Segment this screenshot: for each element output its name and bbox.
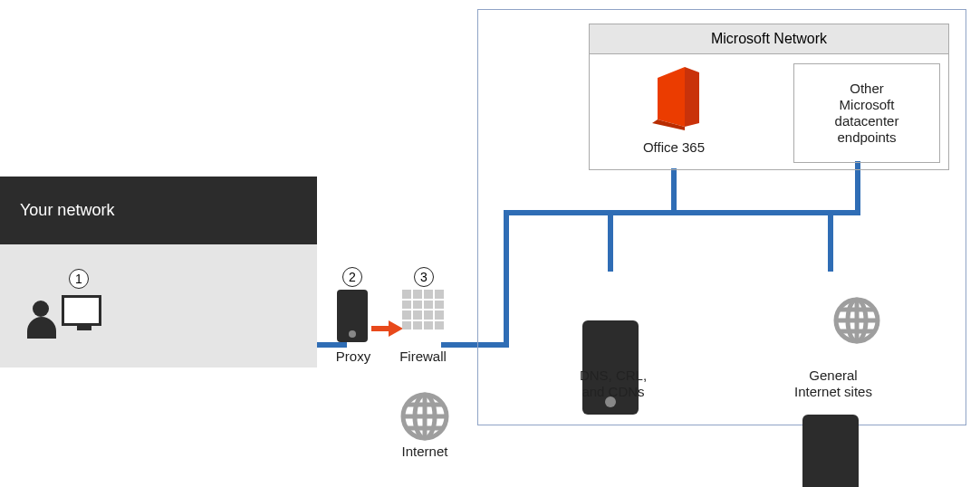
proxy-device-icon [337, 290, 368, 342]
dns-label-line2: and CDNs [563, 384, 663, 400]
other-endpoints-label: Other Microsoft datacenter endpoints [799, 81, 935, 146]
ms-network-header: Microsoft Network [589, 24, 949, 54]
other-endpoints-l2: Microsoft [799, 97, 935, 113]
svg-marker-13 [658, 67, 685, 127]
your-network-header: Your network [0, 177, 317, 244]
other-endpoints-l4: endpoints [799, 129, 935, 146]
other-endpoints-l3: datacenter [799, 113, 935, 129]
step-1-number: 1 [75, 272, 82, 286]
other-endpoints-box: Other Microsoft datacenter endpoints [793, 63, 940, 163]
firewall-label: Firewall [391, 349, 455, 365]
arrow-head-icon [389, 320, 403, 337]
office-365-logo-icon [645, 63, 708, 134]
svg-marker-14 [685, 67, 699, 127]
step-2-badge: 2 [342, 267, 362, 287]
sites-label-line2: Internet sites [781, 384, 886, 400]
sites-label-line1: General [781, 368, 886, 384]
sites-label: General Internet sites [781, 368, 886, 400]
step-2-number: 2 [349, 270, 356, 284]
dns-label: DNS, CRL, and CDNs [563, 368, 663, 400]
step-3-badge: 3 [414, 267, 434, 287]
other-endpoints-l1: Other [799, 81, 935, 97]
office-365-label: Office 365 [629, 139, 719, 156]
sites-device-icon [802, 415, 859, 487]
internet-label: Internet [391, 444, 458, 460]
proxy-label: Proxy [326, 349, 380, 365]
ms-network-title: Microsoft Network [711, 31, 827, 47]
step-1-badge: 1 [69, 269, 89, 289]
internet-globe-icon [399, 391, 450, 442]
dns-label-line1: DNS, CRL, [563, 368, 663, 384]
firewall-icon [402, 290, 444, 329]
step-3-number: 3 [420, 270, 428, 284]
your-network-title: Your network [20, 201, 114, 220]
user-computer-icon [27, 290, 100, 344]
sites-globe-icon [831, 295, 882, 346]
